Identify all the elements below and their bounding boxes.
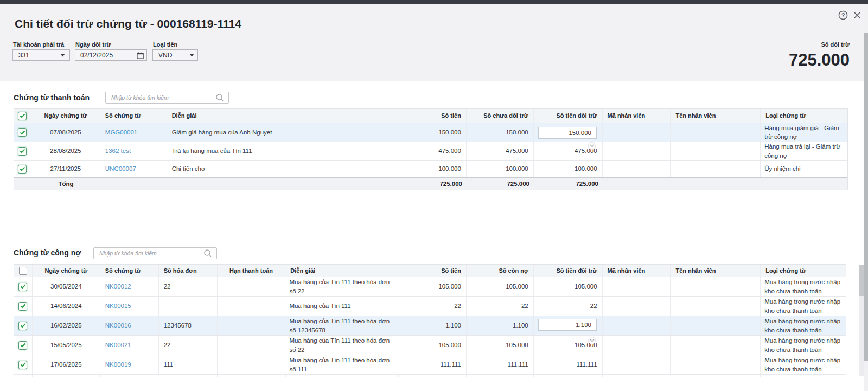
svg-text:?: ?	[841, 12, 845, 18]
